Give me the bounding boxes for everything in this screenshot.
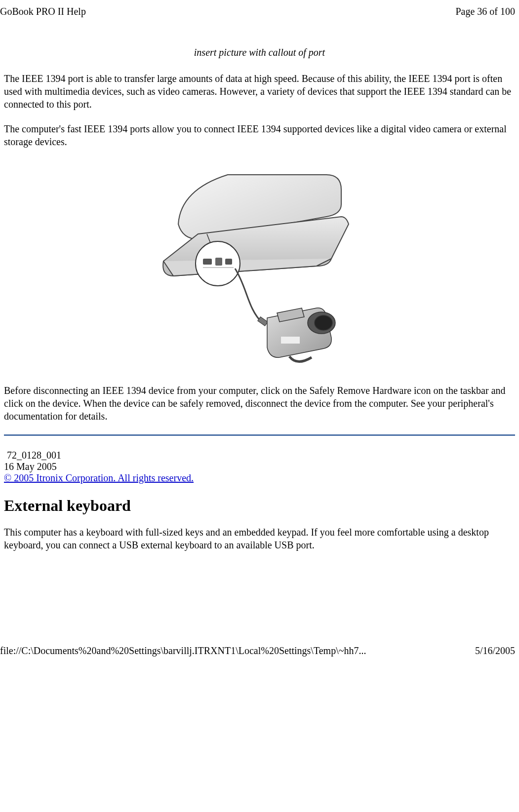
svg-rect-3	[225, 259, 232, 265]
section-divider	[4, 434, 515, 436]
paragraph-disconnect-instructions: Before disconnecting an IEEE 1394 device…	[4, 384, 515, 423]
document-date: 16 May 2005	[4, 461, 515, 472]
header-left-title: GoBook PRO II Help	[0, 6, 86, 17]
section-title-external-keyboard: External keyboard	[4, 497, 515, 515]
header-page-number: Page 36 of 100	[455, 6, 515, 17]
paragraph-ieee1394-ports: The computer's fast IEEE 1394 ports allo…	[4, 122, 515, 148]
figure-laptop-camera	[4, 160, 515, 372]
document-id: 72_0128_001	[4, 450, 515, 461]
footer-file-path: file://C:\Documents%20and%20Settings\bar…	[0, 645, 366, 657]
svg-rect-6	[257, 317, 267, 326]
figure-caption: insert picture with callout of port	[4, 47, 515, 58]
paragraph-ieee1394-intro: The IEEE 1394 port is able to transfer l…	[4, 72, 515, 111]
svg-rect-2	[215, 258, 222, 266]
footer-date: 5/16/2005	[475, 645, 515, 657]
svg-rect-9	[281, 337, 300, 344]
paragraph-external-keyboard: This computer has a keyboard with full-s…	[4, 526, 515, 551]
copyright-link[interactable]: © 2005 Itronix Corporation. All rights r…	[4, 472, 194, 483]
svg-rect-1	[203, 259, 212, 265]
svg-point-8	[315, 315, 332, 330]
